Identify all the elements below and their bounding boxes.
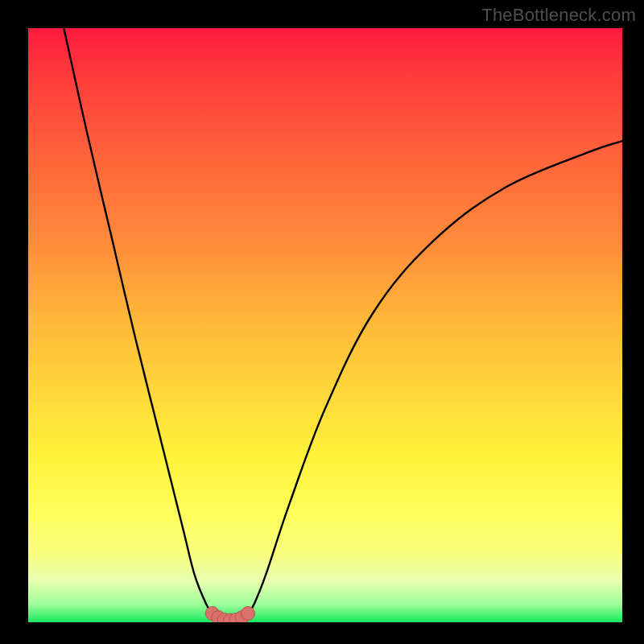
valley-marker	[205, 606, 219, 620]
valley-marker	[217, 613, 231, 622]
valley-marker	[212, 611, 225, 622]
bottleneck-curve	[64, 28, 622, 621]
plot-area	[28, 28, 622, 622]
chart-frame: TheBottleneck.com	[0, 0, 644, 644]
valley-marker	[235, 611, 249, 622]
curve-layer	[28, 28, 622, 622]
watermark-text: TheBottleneck.com	[481, 5, 636, 26]
valley-marker	[242, 606, 255, 620]
valley-marker	[229, 613, 243, 622]
valley-markers-group	[205, 606, 254, 622]
valley-marker	[223, 613, 237, 622]
